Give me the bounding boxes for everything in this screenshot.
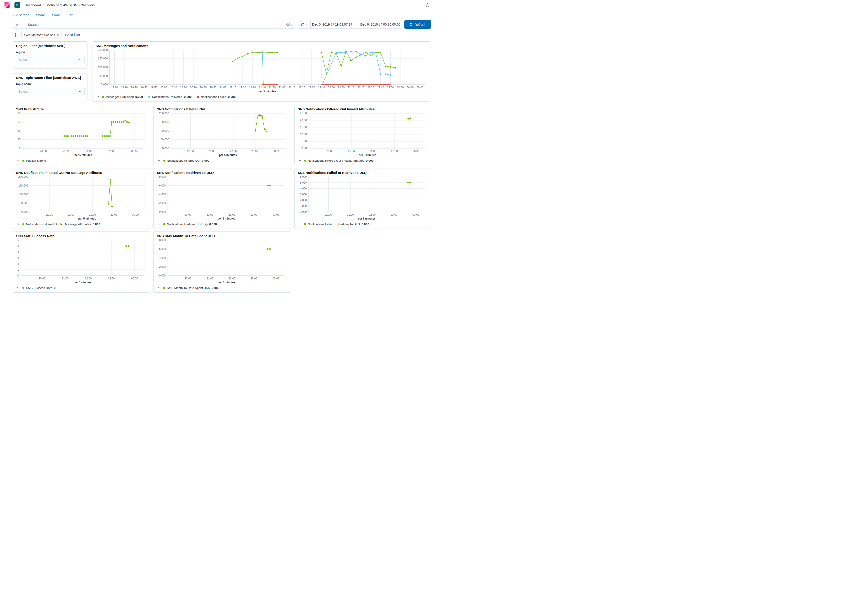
legend-collapse-icon[interactable] <box>299 223 301 225</box>
panel-title: SNS Notifications Redriven To DLQ <box>157 171 288 175</box>
svg-text:20:00: 20:00 <box>160 86 167 89</box>
saved-query-menu-button[interactable]: # <box>13 20 25 28</box>
legend-collapse-icon[interactable] <box>299 159 301 162</box>
chart-sns-sms-month-to-date-spent[interactable]: 0.0002.0004.0006.0008.00020:0021:0022:00… <box>157 238 288 285</box>
full-screen-link[interactable]: Full screen <box>12 13 29 17</box>
chart-sns-filtered-out-invalid-attributes[interactable]: 0.0005.00010.00015.00020.00025.00020:002… <box>297 112 428 157</box>
legend-entry[interactable]: Notifications Failed0.000 <box>197 95 236 99</box>
topic-select[interactable]: Select... <box>16 87 85 96</box>
legend-series-dot <box>163 223 165 225</box>
svg-text:5: 5 <box>17 244 19 248</box>
chart-legend: Notifications Filtered Out Invalid Attri… <box>297 157 428 164</box>
legend-collapse-icon[interactable] <box>158 287 161 289</box>
chart-canvas: 012345620:0021:0022:0023:0000:00per 5 mi… <box>16 238 147 285</box>
svg-text:200.000: 200.000 <box>18 175 28 178</box>
svg-text:per 5 minutes: per 5 minutes <box>359 154 377 157</box>
legend-collapse-icon[interactable] <box>17 159 20 162</box>
panel-title: SNS Notifications Filtered Out Invalid A… <box>298 107 428 111</box>
chart-sns-filtered-out-no-message-attributes[interactable]: 0.00050.000100.000150.000200.00020:0021:… <box>16 175 147 221</box>
legend-series-value: 0 <box>44 159 46 162</box>
svg-text:2.000: 2.000 <box>159 202 166 205</box>
panel-sns-redriven-to-dlq: SNS Notifications Redriven To DLQ 0.0002… <box>153 168 291 229</box>
filter-options-gear-icon[interactable] <box>12 32 18 38</box>
legend-entry[interactable]: Publish Size0 <box>22 159 46 162</box>
svg-text:1: 1 <box>17 268 19 271</box>
share-link[interactable]: Share <box>36 13 45 17</box>
legend-entry[interactable]: Notifications Redriven To DLQ0.000 <box>163 222 217 226</box>
panel-sns-failed-to-redrive-to-dlq: SNS Notifications Failed to Redrive to D… <box>294 168 431 229</box>
svg-text:2.000: 2.000 <box>300 199 307 202</box>
legend-series-value: 0.000 <box>135 95 143 99</box>
legend-series-dot <box>197 96 199 98</box>
legend-collapse-icon[interactable] <box>17 223 20 225</box>
chart-sns-failed-to-redrive-to-dlq[interactable]: 0.0001.0002.0003.0004.0005.0006.00020:00… <box>297 175 428 221</box>
calendar-menu-button[interactable] <box>298 20 311 28</box>
chart-sns-redriven-to-dlq[interactable]: 0.0002.0004.0006.0008.00020:0021:0022:00… <box>157 175 288 221</box>
svg-text:8.000: 8.000 <box>159 175 166 178</box>
legend-entry[interactable]: Messages Published0.000 <box>102 95 143 99</box>
refresh-button[interactable]: Refresh <box>405 20 431 29</box>
chart-sns-publish-size[interactable]: 02040608020:0021:0022:0023:0000:00per 5 … <box>16 112 147 157</box>
kibana-logo[interactable] <box>4 2 11 9</box>
legend-entry[interactable]: Notifications Delivered0.000 <box>148 95 191 99</box>
chevron-down-icon <box>79 90 82 93</box>
legend-series-label: Notifications Failed <box>200 95 226 99</box>
date-range-end[interactable]: Dec 6, 2019 @ 00:30:00.00 <box>359 23 402 26</box>
legend-series-dot <box>102 96 104 98</box>
svg-text:21:40: 21:40 <box>259 86 266 89</box>
legend-collapse-icon[interactable] <box>158 159 161 162</box>
legend-collapse-icon[interactable] <box>158 223 161 225</box>
filter-remove-icon[interactable]: × <box>57 33 59 37</box>
svg-text:8.000: 8.000 <box>159 239 166 242</box>
svg-text:50.000: 50.000 <box>20 202 28 205</box>
date-picker: Dec 5, 2019 @ 19:09:07.27 → Dec 6, 2019 … <box>298 20 402 29</box>
breadcrumb-dashboard[interactable]: Dashboard <box>25 3 41 7</box>
svg-text:1.000: 1.000 <box>300 205 307 208</box>
svg-text:20:00: 20:00 <box>325 213 332 216</box>
legend-collapse-icon[interactable] <box>96 95 99 98</box>
svg-text:19:10: 19:10 <box>111 86 118 89</box>
chart-legend: Notifications Redriven To DLQ0.000 <box>157 221 288 227</box>
chart-sns-messages-notifications[interactable]: 0.00050.000100.000150.000200.00019:1019:… <box>95 48 428 94</box>
kql-toggle[interactable]: KQL <box>282 23 296 26</box>
date-range-start[interactable]: Dec 5, 2019 @ 19:09:07.27 <box>311 23 354 26</box>
svg-text:22:00: 22:00 <box>86 150 93 153</box>
legend-series-label: Publish Size <box>26 159 43 162</box>
query-bar: # KQL <box>12 20 296 29</box>
svg-text:22:00: 22:00 <box>369 213 376 216</box>
legend-entry[interactable]: Notifications Filtered Out No Message At… <box>22 222 100 226</box>
filter-pill-event-dataset[interactable]: event.dataset: aws.sns × <box>22 32 62 38</box>
svg-text:2.000: 2.000 <box>159 265 166 268</box>
legend-entry[interactable]: SMS Month To Date Spent USD0.000 <box>163 286 220 290</box>
svg-text:23:00: 23:00 <box>338 86 344 89</box>
legend-series-dot <box>304 160 306 162</box>
chart-canvas: 0.00050.000100.000150.000200.00020:0021:… <box>16 175 147 221</box>
svg-text:00:20: 00:20 <box>417 86 423 89</box>
svg-text:20:40: 20:40 <box>200 86 206 89</box>
help-icon[interactable] <box>425 2 430 8</box>
chart-sns-sms-success-rate[interactable]: 012345620:0021:0022:0023:0000:00per 5 mi… <box>16 238 147 285</box>
legend-entry[interactable]: Notifications Filtered Out Invalid Attri… <box>304 159 374 162</box>
svg-text:22:00: 22:00 <box>370 150 377 153</box>
chart-canvas: 0.0005.00010.00015.00020.00025.00020:002… <box>297 112 428 157</box>
space-badge[interactable]: D <box>14 2 20 8</box>
legend-entry[interactable]: Notifications Failed To Redrive To DLQ0.… <box>304 222 369 226</box>
svg-text:3.000: 3.000 <box>300 193 307 196</box>
legend-entry[interactable]: SMS Success Rate0 <box>22 286 56 290</box>
legend-collapse-icon[interactable] <box>17 287 20 289</box>
chart-sns-notifications-filtered-out[interactable]: 0.00050.000100.000150.000200.00020:0021:… <box>157 112 288 157</box>
filter-bar: event.dataset: aws.sns × + Add filter <box>12 31 431 38</box>
add-filter-link[interactable]: + Add filter <box>65 33 80 37</box>
region-select[interactable]: Select... <box>16 55 85 64</box>
svg-text:4.000: 4.000 <box>159 256 166 259</box>
svg-text:00:00: 00:00 <box>272 277 279 280</box>
legend-series-value: 0.000 <box>361 222 369 226</box>
search-input[interactable] <box>25 20 282 28</box>
svg-text:4: 4 <box>17 250 19 253</box>
legend-entry[interactable]: Notifications Filtered Out0.000 <box>163 159 209 162</box>
panel-title: Region Filter [Metricbeat AWS] <box>16 44 84 48</box>
legend-series-value: 0.000 <box>212 286 220 290</box>
clone-link[interactable]: Clone <box>52 13 60 17</box>
svg-text:23:00: 23:00 <box>391 150 398 153</box>
edit-link[interactable]: Edit <box>68 13 73 17</box>
